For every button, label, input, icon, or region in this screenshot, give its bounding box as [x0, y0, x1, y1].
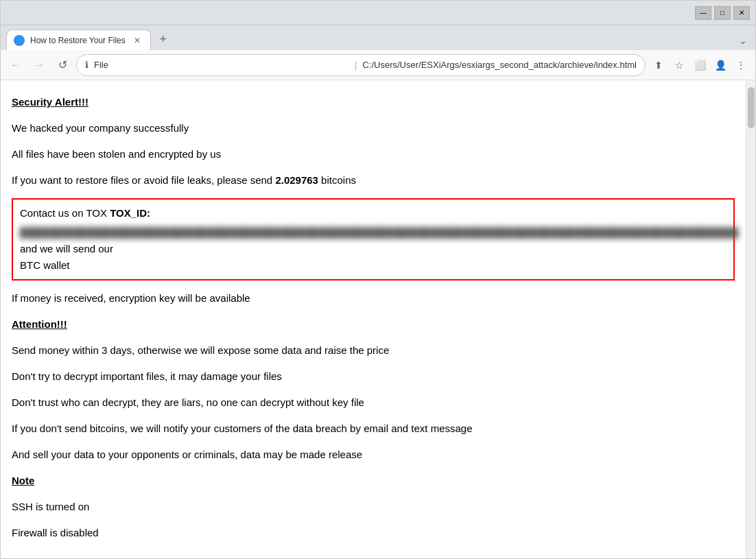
hacked-line: We hacked your company successfully: [12, 120, 735, 136]
note-line-2: Firewall is disabled: [12, 525, 735, 541]
protocol-label: File: [94, 60, 349, 70]
address-separator: |: [355, 60, 357, 71]
address-actions: ⬆ ☆ ⬜ 👤 ⋮: [650, 56, 750, 74]
content-area: Security Alert!!! We hacked your company…: [1, 80, 755, 558]
stolen-line: All files have been stolen and encrypted…: [12, 146, 735, 163]
tab-dropdown-button[interactable]: ⌄: [736, 34, 750, 47]
address-bar: ← → ↺ ℹ File | C:/Users/User/ESXiArgs/es…: [1, 50, 755, 80]
tab-bar-right: ⌄: [736, 34, 750, 47]
browser-window: — □ ✕ 🌐 How to Restore Your Files ✕ + ⌄ …: [0, 0, 756, 559]
tab-search-button[interactable]: ⬜: [691, 56, 709, 74]
url-text: C:/Users/User/ESXiArgs/esxiargs_second_a…: [362, 60, 637, 70]
scrollbar-thumb[interactable]: [748, 87, 755, 128]
title-bar: — □ ✕: [1, 1, 755, 25]
bookmark-button[interactable]: ☆: [670, 56, 688, 74]
back-button[interactable]: ←: [6, 56, 25, 75]
attention-line-5: And sell your data to your opponents or …: [12, 447, 735, 463]
minimize-button[interactable]: —: [695, 6, 711, 20]
bitcoin-line: If you want to restore files or avoid fi…: [12, 172, 735, 189]
encryption-key-line: If money is received, encryption key wil…: [12, 290, 735, 307]
attention-line-1: Send money within 3 days, otherwise we w…: [12, 342, 735, 359]
close-button[interactable]: ✕: [733, 6, 750, 20]
profile-button[interactable]: 👤: [711, 56, 729, 74]
tox-contact-box: Contact us on TOX TOX_ID: ██████████████…: [12, 198, 735, 281]
btc-wallet-line: BTC wallet: [20, 257, 727, 274]
tab-title: How to Restore Your Files: [30, 36, 126, 45]
tab-close-button[interactable]: ✕: [131, 34, 143, 47]
forward-button[interactable]: →: [29, 56, 49, 75]
new-tab-button[interactable]: +: [154, 29, 173, 49]
tab-bar: 🌐 How to Restore Your Files ✕ + ⌄: [1, 25, 755, 50]
address-input[interactable]: ℹ File | C:/Users/User/ESXiArgs/esxiargs…: [76, 54, 646, 76]
reload-button[interactable]: ↺: [53, 56, 72, 75]
security-alert-heading: Security Alert!!!: [12, 94, 735, 110]
active-tab[interactable]: 🌐 How to Restore Your Files ✕: [6, 29, 151, 50]
tox-suffix: and we will send our: [20, 243, 113, 254]
attention-line-4: If you don't send bitcoins, we will noti…: [12, 420, 735, 437]
menu-button[interactable]: ⋮: [732, 56, 750, 74]
tab-favicon: 🌐: [14, 35, 25, 46]
attention-line-3: Don't trust who can decrypt, they are li…: [12, 394, 735, 411]
tox-label-line: Contact us on TOX TOX_ID:: [20, 205, 727, 222]
tox-id-line: ████████████████████████████████████████…: [20, 224, 727, 257]
attention-line-2: Don't try to decrypt important files, it…: [12, 368, 735, 385]
window-controls: — □ ✕: [695, 6, 750, 20]
share-button[interactable]: ⬆: [650, 56, 668, 74]
protocol-icon: ℹ: [85, 60, 88, 70]
note-heading: Note: [12, 473, 735, 489]
tox-id-blurred: ████████████████████████████████████████…: [20, 227, 739, 238]
page-content: Security Alert!!! We hacked your company…: [1, 80, 746, 558]
maximize-button[interactable]: □: [714, 6, 731, 20]
note-line-1: SSH is turned on: [12, 499, 735, 515]
attention-heading: Attention!!!: [12, 316, 735, 333]
scrollbar[interactable]: [746, 80, 755, 558]
